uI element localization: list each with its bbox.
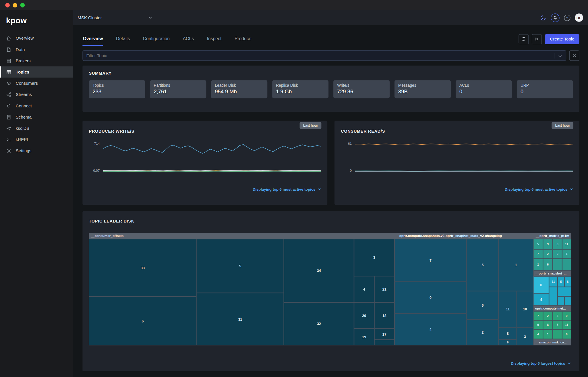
refresh-button[interactable] xyxy=(519,34,529,44)
treemap-cell[interactable]: 21 xyxy=(374,276,395,302)
treemap-cell[interactable] xyxy=(564,296,571,305)
treemap-cell[interactable]: 1 xyxy=(543,329,553,339)
dark-mode-moon-icon[interactable] xyxy=(540,14,546,21)
treemap-subgroup-header[interactable]: oprtr.compute.met... xyxy=(533,305,571,311)
treemap-cell[interactable]: 4 xyxy=(533,293,549,305)
treemap-cell[interactable]: 11 xyxy=(549,277,558,287)
treemap-cell[interactable]: 7 xyxy=(533,250,543,259)
filter-topic-input[interactable]: Filter Topic xyxy=(82,50,566,61)
treemap-cell[interactable]: 6 xyxy=(562,329,571,339)
treemap-cell[interactable]: 0 xyxy=(562,311,571,320)
treemap-cell[interactable]: 31 xyxy=(196,293,284,345)
cluster-selector[interactable]: MSK Cluster xyxy=(78,15,152,20)
sidebar-item-data[interactable]: Data xyxy=(0,44,73,55)
treemap-cell[interactable]: 1 xyxy=(499,239,533,291)
chevron-down-icon[interactable] xyxy=(558,53,562,58)
treemap-cell[interactable]: 6 xyxy=(89,297,197,345)
treemap-cell[interactable]: 3 xyxy=(553,320,562,329)
treemap-cell[interactable]: 3 xyxy=(354,239,394,276)
treemap-cell[interactable]: 20 xyxy=(354,302,374,328)
treemap-cell[interactable]: 2 xyxy=(543,250,553,259)
treemap-group-label[interactable]: oprtr.compute.snapshots.v2-oprtr_snaphot… xyxy=(399,233,502,239)
treemap-cell[interactable]: 5 xyxy=(553,311,562,320)
treemap-cell[interactable] xyxy=(553,259,562,270)
sidebar-item-consumers[interactable]: Consumers xyxy=(0,78,73,89)
treemap-cell[interactable]: 33 xyxy=(89,239,197,297)
treemap-cell[interactable] xyxy=(374,340,395,345)
treemap-cell[interactable]: 11 xyxy=(562,239,571,250)
sidebar-item-krepl[interactable]: kREPL xyxy=(0,134,73,145)
clear-filter-button[interactable] xyxy=(569,50,579,61)
treemap-cell[interactable]: 17 xyxy=(374,328,395,340)
treemap-cell[interactable]: 9 xyxy=(533,320,543,329)
treemap-cell[interactable]: 2 xyxy=(467,320,499,345)
treemap-cell[interactable]: 9 xyxy=(543,239,553,250)
treemap-cell[interactable]: 7 xyxy=(533,311,543,320)
treemap-cell[interactable]: 4 xyxy=(354,276,374,302)
sidebar-item-ksqldb[interactable]: ksqlDB xyxy=(0,123,73,134)
treemap-cell[interactable]: 34 xyxy=(284,239,354,302)
treemap-cell[interactable]: 6 xyxy=(543,259,553,270)
treemap-cell[interactable]: 5 xyxy=(558,277,564,287)
tab-produce[interactable]: Produce xyxy=(234,32,252,46)
treemap-cell[interactable]: 11 xyxy=(562,320,571,329)
treemap-cell[interactable]: 0 xyxy=(533,277,549,293)
treemap-cell[interactable]: 10 xyxy=(517,291,533,328)
consumer-topics-dropdown[interactable]: Displaying top 6 most active topics xyxy=(505,187,573,191)
treemap-cell[interactable]: 1 xyxy=(562,250,571,259)
treemap-cell[interactable]: 2 xyxy=(543,311,553,320)
treemap-cell[interactable] xyxy=(558,296,564,305)
treemap-group-label[interactable]: __consumer_offsets xyxy=(91,233,123,239)
tab-details[interactable]: Details xyxy=(116,32,130,46)
close-window-button[interactable] xyxy=(5,3,10,7)
treemap-cell[interactable]: 8 xyxy=(564,277,571,287)
create-topic-button[interactable]: Create Topic xyxy=(545,34,579,44)
treemap-cell[interactable]: 0 xyxy=(394,282,467,314)
minimize-window-button[interactable] xyxy=(13,3,17,7)
treemap-cell[interactable]: 0 xyxy=(553,250,562,259)
treemap-cell[interactable]: 1 xyxy=(533,259,543,270)
sidebar-item-brokers[interactable]: Brokers xyxy=(0,55,73,66)
help-icon[interactable]: ? xyxy=(564,14,570,21)
krepl-icon xyxy=(6,137,12,142)
sidebar-item-connect[interactable]: Connect xyxy=(0,100,73,111)
treemap-cell[interactable]: 8 xyxy=(543,320,553,329)
sidebar-item-streams[interactable]: Streams xyxy=(0,89,73,100)
sidebar-item-topics[interactable]: Topics xyxy=(0,66,73,78)
producer-topics-dropdown[interactable]: Displaying top 6 most active topics xyxy=(253,187,321,191)
notifications-bell-icon[interactable] xyxy=(551,13,560,22)
treemap-cell[interactable]: 4 xyxy=(533,329,543,339)
treemap-cell[interactable]: 32 xyxy=(284,302,354,345)
sidebar-item-overview[interactable]: Overview xyxy=(0,33,73,44)
treemap-cell[interactable]: 5 xyxy=(467,239,499,291)
treemap-cell[interactable] xyxy=(549,287,558,305)
treemap-subgroup-header[interactable]: __oprtr_snapshot_... xyxy=(533,270,571,277)
tab-overview[interactable]: Overview xyxy=(82,32,103,46)
treemap-cell[interactable]: 7 xyxy=(394,239,467,282)
treemap-cell[interactable] xyxy=(558,287,571,296)
treemap-cell[interactable]: 8 xyxy=(553,239,562,250)
tab-inspect[interactable]: Inspect xyxy=(206,32,222,46)
treemap-cell[interactable]: 4 xyxy=(394,314,467,345)
treemap-cell[interactable]: 5 xyxy=(196,239,284,293)
largest-topics-dropdown[interactable]: Displaying top 6 largest topics xyxy=(511,361,571,365)
treemap-cell[interactable]: 6 xyxy=(467,291,499,320)
treemap-cell[interactable]: 9 xyxy=(499,340,517,345)
treemap-cell[interactable]: 19 xyxy=(354,328,374,345)
sidebar-item-settings[interactable]: Settings xyxy=(0,145,73,156)
treemap-cell[interactable] xyxy=(553,329,562,339)
tab-configuration[interactable]: Configuration xyxy=(142,32,170,46)
play-button[interactable] xyxy=(532,34,542,44)
zoom-window-button[interactable] xyxy=(20,3,25,7)
treemap-cell[interactable]: 5 xyxy=(533,239,543,250)
user-avatar[interactable]: DE xyxy=(575,13,583,22)
treemap-cell[interactable]: 11 xyxy=(499,291,517,328)
treemap-cell[interactable]: 18 xyxy=(374,302,395,328)
treemap-subgroup-header[interactable]: __amazon_msk_ca... xyxy=(533,339,571,345)
treemap-cell[interactable]: 8 xyxy=(499,327,517,340)
treemap-cell[interactable]: 3 xyxy=(517,327,533,345)
sidebar-item-schema[interactable]: Schema xyxy=(0,111,73,123)
treemap-cell[interactable] xyxy=(562,259,571,270)
treemap-group-label[interactable]: __oprtr_metric_pt1m xyxy=(536,233,569,239)
tab-acls[interactable]: ACLs xyxy=(182,32,194,46)
